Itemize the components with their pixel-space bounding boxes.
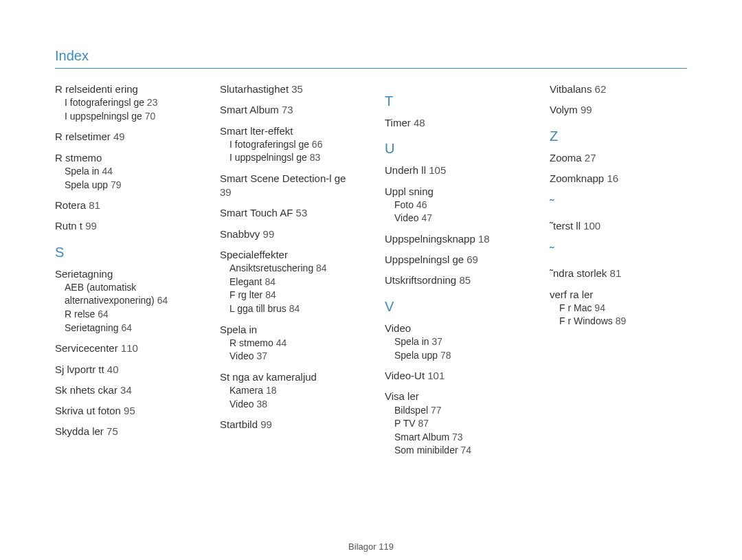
index-subentry: Ansiktsretuschering 84 (229, 262, 357, 276)
index-subentry: F r Mac 94 (559, 302, 687, 315)
page-title: Index (55, 48, 687, 69)
index-entry: Zoomknapp 16 (550, 172, 687, 186)
index-subentry-page: 70 (145, 111, 156, 122)
index-entry: Rutn t 99 (55, 219, 192, 233)
index-subentry: I uppspelningsl ge 70 (65, 110, 192, 124)
index-entry-label: Skriva ut foton (55, 405, 124, 416)
index-entry: Uppl sningFoto 46Video 47 (385, 185, 522, 225)
index-subentry: Elegant 84 (229, 276, 357, 289)
index-subentry: P TV 87 (394, 417, 522, 431)
index-subentry-page: 47 (421, 212, 432, 223)
index-subentry-label: R stmemo (229, 337, 276, 348)
index-subentry: F rg lter 84 (229, 289, 357, 302)
index-entry: ˜terst ll 100 (550, 219, 687, 233)
index-subentry-label: Spela upp (65, 179, 111, 190)
index-entry-label: Snabbvy (220, 228, 263, 240)
index-subentry-label: AEB (automatisk alternativexponering) (65, 282, 157, 306)
index-subentry-page: 84 (265, 289, 276, 300)
index-letter-heading: ˜ (550, 244, 687, 260)
index-subentry: Spela upp 79 (65, 179, 192, 192)
index-entry-page: 99 (260, 418, 272, 430)
index-subentry: AEB (automatisk alternativexponering) 64 (65, 281, 192, 308)
index-entry: SerietagningAEB (automatisk alternativex… (55, 267, 192, 335)
index-column: R relseidenti eringI fotograferingsl ge … (55, 82, 192, 464)
index-entry-label: Smart Scene Detection-l ge (220, 172, 346, 184)
index-entry: Rotera 81 (55, 199, 192, 212)
index-entry-page: 16 (607, 172, 618, 184)
index-subentry-label: P TV (394, 418, 418, 429)
index-subentry-page: 83 (310, 152, 321, 163)
index-entry-label: verf ra ler (550, 289, 593, 300)
index-subentry-label: Video (394, 212, 421, 223)
index-entry-page: 99 (581, 104, 592, 115)
index-letter-heading: U (385, 141, 522, 157)
index-entry-label: Startbild (220, 418, 260, 430)
index-entry: Smart Touch AF 53 (220, 206, 357, 220)
index-entry-page: 95 (124, 405, 135, 416)
index-subentry-page: 23 (147, 97, 158, 108)
index-subentry: Som minibilder 74 (394, 444, 522, 458)
index-subentry: Kamera 18 (229, 384, 357, 398)
index-subentry-label: Som minibilder (394, 445, 460, 456)
index-column: TTimer 48UUnderh ll 105Uppl sningFoto 46… (385, 82, 522, 464)
index-subentry: Spela in 44 (65, 165, 192, 179)
index-entry-label: ˜ndra storlek (550, 267, 610, 279)
index-entry-page: 53 (296, 207, 308, 219)
index-entry: Snabbvy 99 (220, 227, 357, 241)
index-subentry-label: Elegant (229, 276, 265, 287)
index-entry-label: Utskriftsordning (385, 274, 459, 286)
index-entry-page: 75 (106, 425, 118, 437)
index-entry-label: R stmemo (55, 152, 102, 164)
index-entry-label: Video (385, 322, 411, 334)
index-entry-page: 27 (585, 152, 596, 164)
index-entry: Sk nhets ckar 34 (55, 383, 192, 397)
index-entry: Volym 99 (550, 103, 687, 117)
index-subentry-page: 46 (416, 199, 427, 210)
index-entry-label: Smart Touch AF (220, 207, 296, 219)
index-entry: Visa lerBildspel 77P TV 87Smart Album 73… (385, 390, 522, 458)
index-entry: Smart Album 73 (220, 103, 357, 117)
index-subentry-page: 87 (418, 418, 429, 429)
index-page: Index R relseidenti eringI fotografering… (0, 0, 742, 464)
index-subentry-label: I fotograferingsl ge (229, 139, 312, 150)
index-subentry-label: I fotograferingsl ge (65, 97, 147, 108)
index-entry: Video-Ut 101 (385, 369, 522, 383)
index-subentry-label: Video (229, 350, 256, 361)
index-letter-heading: Z (550, 128, 687, 144)
index-entry-page: 40 (107, 363, 119, 375)
index-entry-page: 81 (610, 267, 622, 279)
index-subentry-label: F r Windows (559, 315, 616, 326)
index-entry: verf ra lerF r Mac 94F r Windows 89 (550, 288, 687, 328)
index-entry-label: Underh ll (385, 164, 429, 176)
index-entry-label: Zoomknapp (550, 172, 607, 184)
index-subentry-page: 44 (102, 166, 113, 177)
page-footer: Bilagor 119 (0, 541, 742, 552)
index-subentry-page: 44 (276, 337, 287, 348)
index-entry-label: Volym (550, 104, 581, 115)
index-entry-label: Smart Album (220, 104, 282, 115)
index-entry-page: 39 (220, 186, 232, 198)
index-entry-label: Uppl sning (385, 186, 434, 197)
index-subentry-page: 64 (122, 322, 133, 333)
index-subentry-page: 79 (111, 179, 122, 190)
index-subentry-label: Kamera (229, 385, 266, 396)
index-column: Vitbalans 62Volym 99ZZooma 27Zoomknapp 1… (550, 82, 687, 464)
index-entry-label: Specialeffekter (220, 249, 288, 260)
index-subentry-page: 64 (157, 295, 168, 306)
index-entry-page: 100 (583, 220, 600, 232)
footer-page: 119 (379, 541, 394, 552)
index-letter-heading: S (55, 245, 192, 260)
index-entry-label: R relsetimer (55, 131, 113, 142)
index-subentry-label: Video (229, 399, 256, 410)
index-entry-label: Spela in (220, 324, 257, 335)
index-entry: Utskriftsordning 85 (385, 273, 522, 287)
index-entry-page: 73 (282, 104, 293, 115)
index-entry: St nga av kameraljudKamera 18Video 38 (220, 370, 357, 411)
index-subentry: Spela upp 78 (394, 349, 522, 363)
index-entry-page: 99 (263, 228, 275, 240)
index-letter-heading: ˜ (550, 197, 687, 212)
index-entry: ˜ndra storlek 81 (550, 267, 687, 280)
index-entry: Uppspelningsknapp 18 (385, 232, 522, 246)
index-subentry-label: Foto (394, 199, 416, 210)
index-entry-label: Rutn t (55, 220, 85, 232)
